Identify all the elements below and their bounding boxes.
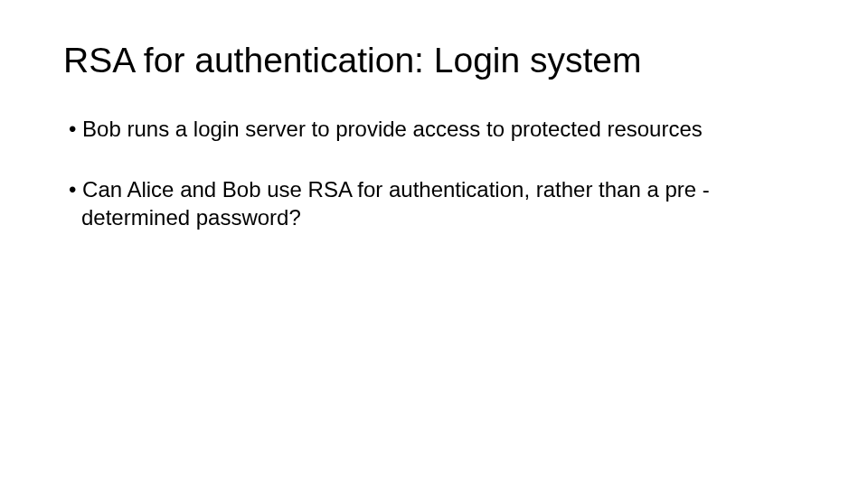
slide: RSA for authentication: Login system Bob…: [0, 0, 868, 231]
bullet-list: Bob runs a login server to provide acces…: [63, 115, 805, 232]
bullet-item: Can Alice and Bob use RSA for authentica…: [63, 175, 805, 231]
slide-title: RSA for authentication: Login system: [63, 40, 805, 82]
bullet-item: Bob runs a login server to provide acces…: [63, 115, 805, 143]
